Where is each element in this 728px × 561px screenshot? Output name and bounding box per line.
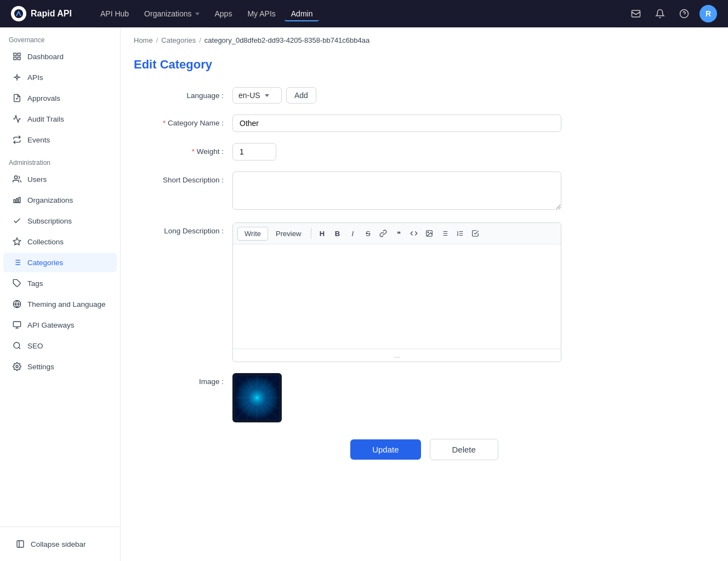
editor-write-tab[interactable]: Write bbox=[237, 227, 268, 241]
short-description-label: Short Description : bbox=[134, 171, 232, 184]
long-description-label: Long Description : bbox=[134, 222, 232, 235]
nav-admin[interactable]: Admin bbox=[285, 6, 320, 21]
sidebar-item-dashboard[interactable]: Dashboard bbox=[3, 47, 117, 66]
collapse-sidebar-btn[interactable]: Collapse sidebar bbox=[7, 534, 113, 554]
sidebar-item-apis[interactable]: APIs bbox=[3, 67, 117, 87]
action-row: Update Delete bbox=[134, 439, 715, 460]
sidebar-item-settings[interactable]: Settings bbox=[3, 357, 117, 376]
sidebar-item-organizations[interactable]: Organizations bbox=[3, 190, 117, 210]
bell-icon-btn[interactable] bbox=[651, 5, 669, 22]
task-btn[interactable] bbox=[468, 226, 482, 241]
weight-control bbox=[232, 143, 561, 161]
sidebar-item-users[interactable]: Users bbox=[3, 169, 117, 189]
sidebar-item-approvals[interactable]: Approvals bbox=[3, 88, 117, 108]
editor-body[interactable] bbox=[233, 244, 561, 348]
sidebar-item-subscriptions[interactable]: Subscriptions bbox=[3, 211, 117, 231]
heading-btn[interactable]: H bbox=[315, 226, 329, 241]
svg-point-8 bbox=[14, 176, 17, 179]
collapse-icon bbox=[15, 539, 25, 549]
sidebar-item-tags[interactable]: Tags bbox=[3, 273, 117, 293]
breadcrumb-categories[interactable]: Categories bbox=[161, 36, 196, 44]
api-icon bbox=[12, 72, 22, 82]
user-avatar[interactable]: R bbox=[699, 5, 717, 22]
svg-point-27 bbox=[16, 365, 18, 368]
ul-btn[interactable] bbox=[437, 226, 452, 241]
update-button[interactable]: Update bbox=[350, 439, 420, 460]
strikethrough-btn[interactable]: S bbox=[361, 226, 375, 241]
page-content: Edit Category Language : en-US Add * Cat… bbox=[121, 49, 728, 482]
svg-point-7 bbox=[16, 76, 18, 78]
tags-icon bbox=[12, 278, 22, 288]
seo-icon bbox=[12, 341, 22, 351]
nav-api-hub[interactable]: API Hub bbox=[94, 6, 135, 21]
theming-icon bbox=[12, 299, 22, 309]
svg-rect-9 bbox=[14, 199, 15, 202]
mail-icon-btn[interactable] bbox=[627, 5, 645, 22]
bold-btn[interactable]: B bbox=[330, 226, 344, 241]
brand-name: Rapid API bbox=[31, 9, 72, 19]
breadcrumb-current: category_0d8dfeb2-dd93-4205-8358-bb741c6… bbox=[204, 36, 369, 44]
topnav-links: API Hub Organizations Apps My APIs Admin bbox=[94, 6, 627, 21]
sidebar-item-seo-label: SEO bbox=[27, 342, 43, 350]
sidebar-item-users-label: Users bbox=[27, 175, 47, 184]
svg-rect-1 bbox=[632, 10, 640, 17]
code-btn[interactable] bbox=[407, 226, 421, 241]
nav-apps[interactable]: Apps bbox=[208, 6, 239, 21]
add-language-button[interactable]: Add bbox=[286, 87, 316, 104]
category-name-control bbox=[232, 115, 561, 132]
delete-button[interactable]: Delete bbox=[430, 439, 498, 460]
sidebar-item-theming[interactable]: Theming and Language bbox=[3, 294, 117, 314]
chevron-down-icon bbox=[195, 13, 200, 15]
language-control: en-US Add bbox=[232, 87, 561, 104]
link-btn[interactable] bbox=[376, 226, 390, 241]
svg-point-0 bbox=[14, 9, 23, 18]
short-description-input[interactable] bbox=[232, 171, 561, 210]
image-preview[interactable] bbox=[232, 373, 282, 422]
sidebar-item-collections-label: Collections bbox=[27, 238, 64, 246]
nav-organizations[interactable]: Organizations bbox=[138, 6, 206, 21]
sidebar-item-events[interactable]: Events bbox=[3, 130, 117, 150]
sidebar-item-events-label: Events bbox=[27, 136, 50, 144]
quote-btn[interactable]: ❝ bbox=[391, 226, 406, 241]
weight-input[interactable] bbox=[232, 143, 276, 161]
sidebar-bottom: Collapse sidebar bbox=[0, 526, 120, 561]
audit-icon bbox=[12, 114, 22, 124]
sidebar-item-settings-label: Settings bbox=[27, 363, 54, 371]
svg-marker-12 bbox=[13, 238, 20, 245]
breadcrumb-home[interactable]: Home bbox=[134, 36, 153, 44]
svg-rect-11 bbox=[19, 197, 20, 202]
svg-point-58 bbox=[255, 396, 258, 399]
gateways-icon bbox=[12, 320, 22, 330]
brand-logo[interactable]: Rapid API bbox=[11, 6, 72, 21]
short-description-control bbox=[232, 171, 561, 211]
sidebar-item-api-gateways[interactable]: API Gateways bbox=[3, 315, 117, 335]
image-label: Image : bbox=[134, 373, 232, 386]
sidebar-item-audit-trails[interactable]: Audit Trails bbox=[3, 109, 117, 129]
category-name-input[interactable] bbox=[232, 115, 561, 132]
ol-btn[interactable] bbox=[453, 226, 467, 241]
editor-toolbar: Write Preview H B I S ❝ bbox=[233, 223, 561, 244]
svg-rect-3 bbox=[14, 53, 16, 56]
breadcrumb-sep-2: / bbox=[199, 36, 201, 44]
sidebar-item-collections[interactable]: Collections bbox=[3, 232, 117, 251]
settings-icon bbox=[12, 362, 22, 371]
sidebar-item-dashboard-label: Dashboard bbox=[27, 53, 64, 61]
italic-btn[interactable]: I bbox=[345, 226, 360, 241]
language-value: en-US bbox=[238, 91, 260, 100]
sidebar-item-categories[interactable]: Categories bbox=[3, 253, 117, 272]
sidebar-item-subscriptions-label: Subscriptions bbox=[27, 217, 72, 225]
orgs-icon bbox=[12, 195, 22, 205]
dashboard-icon bbox=[12, 51, 22, 61]
sidebar-item-seo[interactable]: SEO bbox=[3, 336, 117, 356]
categories-icon bbox=[12, 257, 22, 267]
subscriptions-icon bbox=[12, 216, 22, 226]
toolbar-separator bbox=[311, 228, 311, 239]
language-select[interactable]: en-US bbox=[232, 87, 282, 104]
help-icon-btn[interactable] bbox=[675, 5, 693, 22]
weight-row: * Weight : bbox=[134, 143, 715, 161]
image-btn[interactable] bbox=[422, 226, 436, 241]
editor-preview-tab[interactable]: Preview bbox=[269, 227, 308, 240]
weight-required-star: * bbox=[192, 147, 195, 156]
language-label: Language : bbox=[134, 87, 232, 100]
nav-my-apis[interactable]: My APIs bbox=[241, 6, 282, 21]
